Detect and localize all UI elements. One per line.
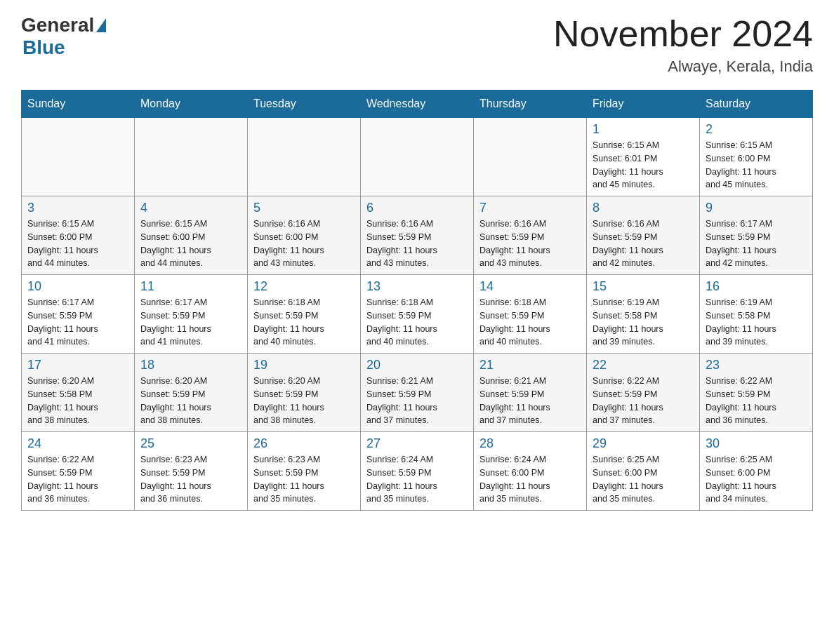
day-info: Sunrise: 6:24 AM Sunset: 5:59 PM Dayligh… [366, 453, 468, 506]
calendar-cell: 9Sunrise: 6:17 AM Sunset: 5:59 PM Daylig… [700, 196, 813, 275]
day-number: 16 [706, 279, 807, 294]
calendar-cell: 3Sunrise: 6:15 AM Sunset: 6:00 PM Daylig… [22, 196, 135, 275]
calendar-cell: 12Sunrise: 6:18 AM Sunset: 5:59 PM Dayli… [248, 275, 361, 354]
calendar-cell: 14Sunrise: 6:18 AM Sunset: 5:59 PM Dayli… [474, 275, 587, 354]
day-number: 23 [706, 358, 807, 373]
day-number: 18 [140, 358, 241, 373]
day-number: 27 [366, 436, 468, 451]
day-info: Sunrise: 6:20 AM Sunset: 5:59 PM Dayligh… [140, 375, 241, 427]
calendar-cell [361, 118, 474, 196]
day-number: 17 [27, 358, 128, 373]
day-number: 26 [253, 436, 355, 451]
day-number: 14 [479, 279, 581, 294]
calendar-cell: 21Sunrise: 6:21 AM Sunset: 5:59 PM Dayli… [474, 354, 587, 432]
day-info: Sunrise: 6:16 AM Sunset: 6:00 PM Dayligh… [253, 217, 355, 270]
calendar-cell: 13Sunrise: 6:18 AM Sunset: 5:59 PM Dayli… [361, 275, 474, 354]
calendar-cell: 16Sunrise: 6:19 AM Sunset: 5:58 PM Dayli… [700, 275, 813, 354]
calendar-week-row: 10Sunrise: 6:17 AM Sunset: 5:59 PM Dayli… [22, 275, 813, 354]
calendar-header-row: SundayMondayTuesdayWednesdayThursdayFrid… [22, 90, 813, 118]
day-info: Sunrise: 6:21 AM Sunset: 5:59 PM Dayligh… [479, 375, 581, 427]
calendar-cell [474, 118, 587, 196]
calendar-cell: 19Sunrise: 6:20 AM Sunset: 5:59 PM Dayli… [248, 354, 361, 432]
day-info: Sunrise: 6:22 AM Sunset: 5:59 PM Dayligh… [706, 375, 807, 427]
day-info: Sunrise: 6:20 AM Sunset: 5:58 PM Dayligh… [27, 375, 128, 427]
calendar-cell: 4Sunrise: 6:15 AM Sunset: 6:00 PM Daylig… [135, 196, 248, 275]
day-number: 10 [27, 279, 128, 294]
calendar-cell: 10Sunrise: 6:17 AM Sunset: 5:59 PM Dayli… [22, 275, 135, 354]
calendar-week-row: 24Sunrise: 6:22 AM Sunset: 5:59 PM Dayli… [22, 432, 813, 511]
day-number: 20 [366, 358, 468, 373]
day-number: 11 [140, 279, 241, 294]
month-title: November 2024 [553, 14, 813, 54]
day-number: 4 [140, 201, 241, 215]
col-header-sunday: Sunday [22, 90, 135, 118]
calendar-cell: 8Sunrise: 6:16 AM Sunset: 5:59 PM Daylig… [587, 196, 700, 275]
day-number: 22 [593, 358, 694, 373]
col-header-friday: Friday [587, 90, 700, 118]
location-subtitle: Alwaye, Kerala, India [553, 58, 813, 76]
day-number: 3 [27, 201, 128, 215]
col-header-monday: Monday [135, 90, 248, 118]
day-number: 7 [479, 201, 581, 215]
calendar-cell: 6Sunrise: 6:16 AM Sunset: 5:59 PM Daylig… [361, 196, 474, 275]
day-info: Sunrise: 6:16 AM Sunset: 5:59 PM Dayligh… [366, 217, 468, 270]
calendar-table: SundayMondayTuesdayWednesdayThursdayFrid… [21, 90, 813, 511]
day-number: 21 [479, 358, 581, 373]
title-area: November 2024 Alwaye, Kerala, India [553, 14, 813, 76]
day-info: Sunrise: 6:15 AM Sunset: 6:01 PM Dayligh… [593, 139, 694, 192]
day-info: Sunrise: 6:15 AM Sunset: 6:00 PM Dayligh… [706, 139, 807, 192]
col-header-saturday: Saturday [700, 90, 813, 118]
calendar-cell: 2Sunrise: 6:15 AM Sunset: 6:00 PM Daylig… [700, 118, 813, 196]
calendar-cell: 15Sunrise: 6:19 AM Sunset: 5:58 PM Dayli… [587, 275, 700, 354]
calendar-cell: 23Sunrise: 6:22 AM Sunset: 5:59 PM Dayli… [700, 354, 813, 432]
day-info: Sunrise: 6:18 AM Sunset: 5:59 PM Dayligh… [253, 296, 355, 349]
day-info: Sunrise: 6:24 AM Sunset: 6:00 PM Dayligh… [479, 453, 581, 506]
calendar-week-row: 3Sunrise: 6:15 AM Sunset: 6:00 PM Daylig… [22, 196, 813, 275]
day-info: Sunrise: 6:17 AM Sunset: 5:59 PM Dayligh… [140, 296, 241, 349]
calendar-cell: 28Sunrise: 6:24 AM Sunset: 6:00 PM Dayli… [474, 432, 587, 511]
calendar-cell [248, 118, 361, 196]
day-number: 6 [366, 201, 468, 215]
day-info: Sunrise: 6:22 AM Sunset: 5:59 PM Dayligh… [27, 453, 128, 506]
day-info: Sunrise: 6:16 AM Sunset: 5:59 PM Dayligh… [593, 217, 694, 270]
calendar-cell: 7Sunrise: 6:16 AM Sunset: 5:59 PM Daylig… [474, 196, 587, 275]
calendar-cell: 26Sunrise: 6:23 AM Sunset: 5:59 PM Dayli… [248, 432, 361, 511]
day-info: Sunrise: 6:15 AM Sunset: 6:00 PM Dayligh… [27, 217, 128, 270]
day-number: 15 [593, 279, 694, 294]
day-number: 24 [27, 436, 128, 451]
page-header: General Blue November 2024 Alwaye, Keral… [21, 14, 813, 76]
day-info: Sunrise: 6:19 AM Sunset: 5:58 PM Dayligh… [706, 296, 807, 349]
day-number: 13 [366, 279, 468, 294]
day-info: Sunrise: 6:23 AM Sunset: 5:59 PM Dayligh… [140, 453, 241, 506]
calendar-cell: 24Sunrise: 6:22 AM Sunset: 5:59 PM Dayli… [22, 432, 135, 511]
calendar-cell: 17Sunrise: 6:20 AM Sunset: 5:58 PM Dayli… [22, 354, 135, 432]
day-info: Sunrise: 6:17 AM Sunset: 5:59 PM Dayligh… [27, 296, 128, 349]
logo-general-text: General [21, 14, 94, 36]
day-info: Sunrise: 6:18 AM Sunset: 5:59 PM Dayligh… [366, 296, 468, 349]
logo: General Blue [21, 14, 107, 59]
day-number: 12 [253, 279, 355, 294]
calendar-cell [22, 118, 135, 196]
day-info: Sunrise: 6:21 AM Sunset: 5:59 PM Dayligh… [366, 375, 468, 427]
calendar-cell: 1Sunrise: 6:15 AM Sunset: 6:01 PM Daylig… [587, 118, 700, 196]
calendar-cell: 11Sunrise: 6:17 AM Sunset: 5:59 PM Dayli… [135, 275, 248, 354]
day-number: 1 [593, 122, 694, 137]
day-info: Sunrise: 6:25 AM Sunset: 6:00 PM Dayligh… [706, 453, 807, 506]
day-info: Sunrise: 6:25 AM Sunset: 6:00 PM Dayligh… [593, 453, 694, 506]
day-info: Sunrise: 6:20 AM Sunset: 5:59 PM Dayligh… [253, 375, 355, 427]
day-info: Sunrise: 6:19 AM Sunset: 5:58 PM Dayligh… [593, 296, 694, 349]
day-number: 28 [479, 436, 581, 451]
col-header-wednesday: Wednesday [361, 90, 474, 118]
calendar-cell: 30Sunrise: 6:25 AM Sunset: 6:00 PM Dayli… [700, 432, 813, 511]
calendar-cell: 20Sunrise: 6:21 AM Sunset: 5:59 PM Dayli… [361, 354, 474, 432]
logo-blue-text: Blue [22, 36, 65, 59]
day-number: 2 [706, 122, 807, 137]
calendar-cell: 29Sunrise: 6:25 AM Sunset: 6:00 PM Dayli… [587, 432, 700, 511]
day-info: Sunrise: 6:16 AM Sunset: 5:59 PM Dayligh… [479, 217, 581, 270]
calendar-week-row: 1Sunrise: 6:15 AM Sunset: 6:01 PM Daylig… [22, 118, 813, 196]
day-info: Sunrise: 6:22 AM Sunset: 5:59 PM Dayligh… [593, 375, 694, 427]
calendar-cell [135, 118, 248, 196]
calendar-cell: 18Sunrise: 6:20 AM Sunset: 5:59 PM Dayli… [135, 354, 248, 432]
day-number: 30 [706, 436, 807, 451]
calendar-cell: 5Sunrise: 6:16 AM Sunset: 6:00 PM Daylig… [248, 196, 361, 275]
